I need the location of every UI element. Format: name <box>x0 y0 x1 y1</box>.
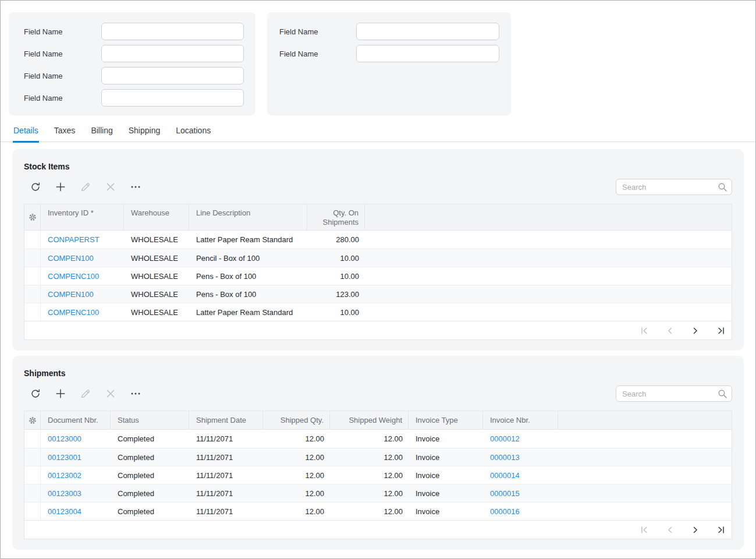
more-icon <box>130 181 141 193</box>
grid-settings-button[interactable] <box>24 411 41 429</box>
inventory-id-link[interactable]: COMPEN100 <box>48 290 94 299</box>
column-header-invoice-nbr[interactable]: Invoice Nbr. <box>483 411 558 429</box>
row-gear-spacer <box>24 267 41 285</box>
cell-text: 10.00 <box>340 272 359 281</box>
column-header-label: Invoice Type <box>416 416 458 424</box>
search-input[interactable] <box>616 390 715 398</box>
table-row[interactable]: 00123003Completed11/11/207112.0012.00Inv… <box>24 484 732 502</box>
column-header-line-description[interactable]: Line Description <box>189 204 307 230</box>
cell-text: 12.00 <box>384 507 403 516</box>
field-input[interactable] <box>101 89 244 107</box>
column-header-label: Shipped Qty. <box>281 416 324 424</box>
page-last-button[interactable] <box>716 326 726 336</box>
inventory-id-link[interactable]: CONPAPERST <box>48 235 100 244</box>
inventory-id-link[interactable]: COMPENC100 <box>48 272 99 281</box>
delete-icon <box>105 181 116 193</box>
document-nbr-link[interactable]: 00123002 <box>48 471 81 480</box>
table-row[interactable]: 00123000Completed11/11/207112.0012.00Inv… <box>24 430 732 448</box>
grid-header: Document Nbr.StatusShipment DateShipped … <box>24 411 732 430</box>
field-input[interactable] <box>356 23 499 40</box>
column-header-qty-on-shipments[interactable]: Qty. On Shipments <box>307 204 365 230</box>
inventory-id-link[interactable]: COMPEN100 <box>48 254 94 263</box>
field-input[interactable] <box>101 23 244 40</box>
table-row[interactable]: COMPEN100WHOLESALEPencil - Box of 10010.… <box>24 249 732 267</box>
filter-panel-1: Field NameField NameField NameField Name <box>9 12 255 115</box>
refresh-button[interactable] <box>30 181 41 193</box>
cell-warehouse: WHOLESALE <box>124 267 189 285</box>
refresh-button[interactable] <box>30 388 41 399</box>
column-header-shipped-weight[interactable]: Shipped Weight <box>330 411 409 429</box>
table-row[interactable]: COMPENC100WHOLESALEPens - Box of 10010.0… <box>24 267 732 285</box>
field-row: Field Name <box>279 45 511 62</box>
column-header-shipment-date[interactable]: Shipment Date <box>189 411 263 429</box>
document-nbr-link[interactable]: 00123003 <box>48 489 81 498</box>
more-button[interactable] <box>130 181 141 193</box>
cell-text: Completed <box>118 434 154 443</box>
tab-locations[interactable]: Locations <box>175 126 211 141</box>
field-row: Field Name <box>24 23 255 40</box>
cell-shipped-qty: 12.00 <box>263 466 330 484</box>
column-header-inventory-id[interactable]: Inventory ID * <box>41 204 124 230</box>
page-prev-button <box>665 326 675 336</box>
field-input[interactable] <box>101 67 244 84</box>
cell-invoice-type: Invoice <box>409 448 483 466</box>
inventory-id-link[interactable]: COMPENC100 <box>48 308 99 317</box>
column-header-shipped-qty[interactable]: Shipped Qty. <box>263 411 330 429</box>
page-next-button[interactable] <box>690 525 701 535</box>
stock-items-search-box <box>616 179 732 195</box>
cell-text: 123.00 <box>336 290 359 299</box>
invoice-nbr-link[interactable]: 0000015 <box>490 489 520 498</box>
grid-settings-button[interactable] <box>24 204 41 230</box>
table-row[interactable]: COMPENC100WHOLESALELatter Paper Ream Sta… <box>24 303 732 321</box>
invoice-nbr-link[interactable]: 0000012 <box>490 434 520 443</box>
column-header-invoice-type[interactable]: Invoice Type <box>409 411 483 429</box>
field-input[interactable] <box>101 45 244 62</box>
document-nbr-link[interactable]: 00123004 <box>48 507 81 516</box>
cell-line-description: Pencil - Box of 100 <box>189 249 307 267</box>
column-header-warehouse[interactable]: Warehouse <box>124 204 189 230</box>
table-row[interactable]: CONPAPERSTWHOLESALELatter Paper Ream Sta… <box>24 231 732 249</box>
add-icon <box>55 388 66 399</box>
edit-icon <box>80 388 91 399</box>
document-nbr-link[interactable]: 00123001 <box>48 453 81 462</box>
stock-items-toolbar-row <box>24 179 732 195</box>
add-button[interactable] <box>55 181 66 193</box>
column-header-status[interactable]: Status <box>111 411 189 429</box>
document-nbr-link[interactable]: 00123000 <box>48 434 81 443</box>
tab-billing[interactable]: Billing <box>90 126 113 141</box>
row-gear-spacer <box>24 285 41 303</box>
tab-details[interactable]: Details <box>13 126 39 141</box>
cell-text: 280.00 <box>336 235 359 244</box>
more-button[interactable] <box>130 388 141 399</box>
next-page-icon <box>690 326 701 336</box>
tab-taxes[interactable]: Taxes <box>54 126 76 141</box>
filter-panel-2: Field NameField Name <box>267 12 511 115</box>
cell-text: Invoice <box>416 489 439 498</box>
table-row[interactable]: 00123004Completed11/11/207112.0012.00Inv… <box>24 502 732 520</box>
invoice-nbr-link[interactable]: 0000014 <box>490 471 520 480</box>
cell-shipment-date: 11/11/2071 <box>189 430 263 448</box>
shipments-toolbar <box>24 388 141 399</box>
field-input[interactable] <box>356 45 499 62</box>
cell-text: 12.00 <box>384 434 403 443</box>
cell-text: 12.00 <box>384 453 403 462</box>
page-next-button[interactable] <box>690 326 701 336</box>
table-row[interactable]: 00123002Completed11/11/207112.0012.00Inv… <box>24 466 732 484</box>
column-header-document-nbr[interactable]: Document Nbr. <box>41 411 111 429</box>
invoice-nbr-link[interactable]: 0000013 <box>490 453 520 462</box>
add-button[interactable] <box>55 388 66 399</box>
search-input[interactable] <box>616 183 715 192</box>
table-row[interactable]: COMPEN100WHOLESALEPens - Box of 100123.0… <box>24 285 732 303</box>
table-row[interactable]: 00123001Completed11/11/207112.0012.00Inv… <box>24 448 732 466</box>
cell-document-nbr: 00123000 <box>41 430 111 448</box>
invoice-nbr-link[interactable]: 0000016 <box>490 507 520 516</box>
search-icon <box>715 388 732 399</box>
cell-text: Invoice <box>416 453 439 462</box>
cell-text: 11/11/2071 <box>196 434 233 443</box>
shipments-title: Shipments <box>24 356 732 378</box>
tab-shipping[interactable]: Shipping <box>128 126 161 141</box>
grid-pagination <box>24 321 732 339</box>
page-last-button[interactable] <box>716 525 726 535</box>
stock-items-grid: Inventory ID *WarehouseLine DescriptionQ… <box>24 204 732 340</box>
cell-invoice-nbr: 0000016 <box>483 503 558 520</box>
